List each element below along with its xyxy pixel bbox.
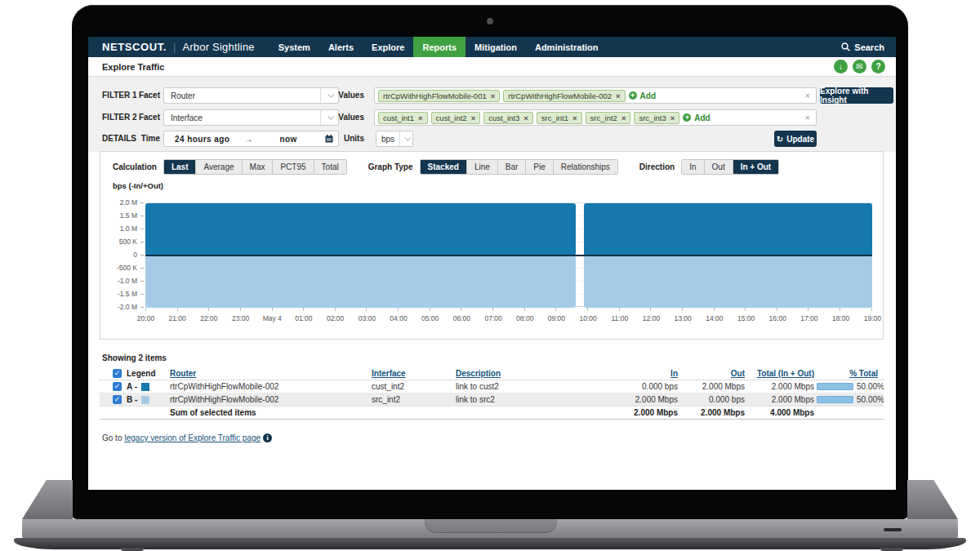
value-tag[interactable]: cust_int1× — [378, 112, 428, 124]
nav-item-administration[interactable]: Administration — [526, 37, 608, 57]
remove-tag-icon[interactable]: × — [471, 113, 476, 122]
option-line[interactable]: Line — [467, 160, 498, 174]
brand-separator: | — [173, 41, 176, 53]
value-tag[interactable]: cust_int3× — [483, 112, 533, 124]
col-interface[interactable]: Interface — [372, 369, 456, 378]
tag-label: src_int3 — [639, 113, 666, 122]
base-flare-left — [22, 480, 73, 519]
sum-out: 2.000 Mbps — [678, 408, 745, 417]
facet-select-router[interactable]: Router — [163, 87, 339, 104]
option-in-out[interactable]: In + Out — [733, 160, 779, 174]
y-tick-label: -1.5 M — [118, 290, 137, 298]
option-last[interactable]: Last — [164, 160, 197, 174]
help-icon[interactable]: ? — [871, 60, 885, 73]
clear-values-icon[interactable]: × — [805, 91, 810, 100]
option-pie[interactable]: Pie — [526, 160, 553, 174]
plus-icon: + — [629, 91, 637, 100]
nav-item-reports[interactable]: Reports — [413, 37, 466, 57]
clear-values-icon[interactable]: × — [805, 113, 810, 122]
y-tick-mark — [140, 307, 144, 308]
option-out[interactable]: Out — [705, 160, 733, 174]
filter-section: FILTER 1 Facet Router Values rtrCpWithHi… — [88, 77, 896, 152]
value-tag[interactable]: rtrCpWithHighFlowMobile-001× — [378, 90, 500, 102]
select-all-checkbox[interactable]: ✓ — [113, 369, 122, 378]
value-tag[interactable]: src_int3× — [634, 112, 679, 124]
y-tick-mark — [140, 202, 144, 203]
x-tick-mark — [650, 308, 651, 311]
remove-tag-icon[interactable]: × — [670, 113, 675, 122]
nav-item-explore[interactable]: Explore — [363, 37, 413, 57]
nav-item-system[interactable]: System — [270, 37, 319, 57]
option-total[interactable]: Total — [314, 160, 346, 174]
col-router[interactable]: Router — [170, 369, 372, 378]
table-body: ✓A -rtrCpWithHighFlowMobile-002cust_int2… — [100, 380, 884, 407]
option-max[interactable]: Max — [243, 160, 274, 174]
time-range-picker[interactable]: 24 hours ago → now — [163, 131, 339, 147]
x-tick-label: 17:00 — [794, 314, 824, 322]
col-legend: Legend — [124, 369, 170, 378]
value-tag[interactable]: rtrCpWithHighFlowMobile-002× — [503, 90, 625, 102]
x-tick-label: 21:00 — [163, 314, 193, 322]
legacy-footer: Go to legacy version of Explore Traffic … — [102, 433, 272, 442]
nav-item-alerts[interactable]: Alerts — [319, 37, 363, 57]
add-value-button[interactable]: +Add — [683, 113, 710, 122]
remove-tag-icon[interactable]: × — [418, 113, 423, 122]
option-relationships[interactable]: Relationships — [554, 160, 617, 174]
col-out[interactable]: Out — [678, 369, 745, 378]
x-tick-label: 13:00 — [668, 314, 698, 322]
explore-with-insight-button[interactable]: Explore with Insight — [820, 87, 893, 104]
add-value-button[interactable]: +Add — [629, 91, 656, 100]
brand[interactable]: NETSCOUT. | Arbor Sightline — [88, 37, 255, 57]
filter-2-values[interactable]: cust_int1×cust_int2×cust_int3×src_int1×s… — [374, 109, 817, 126]
remove-tag-icon[interactable]: × — [621, 113, 626, 122]
col-in[interactable]: In — [596, 369, 678, 378]
y-tick-mark — [140, 255, 144, 256]
value-tag[interactable]: cust_int2× — [431, 112, 481, 124]
update-button[interactable]: ↻ Update — [774, 131, 817, 147]
traffic-chart[interactable] — [145, 202, 872, 307]
x-tick-label: 01:00 — [288, 314, 318, 322]
option-bar[interactable]: Bar — [498, 160, 527, 174]
calculation-label: Calculation — [113, 162, 157, 171]
download-icon[interactable]: ↓ — [834, 60, 848, 73]
email-icon[interactable]: ✉ — [853, 60, 866, 73]
x-tick-label: 07:00 — [479, 314, 509, 322]
y-tick-label: 0 — [133, 251, 137, 259]
col-total[interactable]: Total (In + Out) — [745, 369, 814, 378]
row-checkbox[interactable]: ✓ — [113, 382, 122, 391]
footer-prefix: Go to — [102, 433, 122, 442]
remove-tag-icon[interactable]: × — [616, 91, 621, 100]
interface-cell: src_int2 — [372, 395, 456, 404]
remove-tag-icon[interactable]: × — [572, 113, 577, 122]
y-tick-mark — [140, 229, 144, 229]
row-checkbox[interactable]: ✓ — [113, 395, 122, 404]
option-average[interactable]: Average — [196, 160, 242, 174]
x-tick-mark — [461, 308, 461, 311]
value-tag[interactable]: src_int2× — [586, 112, 631, 124]
search-icon — [841, 42, 850, 51]
remove-tag-icon[interactable]: × — [523, 113, 528, 122]
search-button[interactable]: Search — [841, 37, 896, 57]
filter-1-values[interactable]: rtrCpWithHighFlowMobile-001×rtrCpWithHig… — [374, 87, 817, 104]
nav-item-mitigation[interactable]: Mitigation — [466, 37, 526, 57]
legacy-link[interactable]: legacy version of Explore Traffic page — [124, 433, 261, 442]
x-axis-ticks — [145, 308, 872, 311]
description-cell: link to src2 — [456, 395, 596, 404]
facet-select-interface[interactable]: Interface — [163, 109, 339, 126]
base-slot — [884, 528, 902, 531]
out-cell: 0.000 bps — [678, 395, 745, 404]
info-icon[interactable]: i — [263, 433, 272, 442]
option-stacked[interactable]: Stacked — [421, 160, 467, 174]
value-tag[interactable]: src_int1× — [537, 112, 582, 124]
remove-tag-icon[interactable]: × — [491, 91, 496, 100]
y-tick-mark — [140, 294, 144, 295]
option-pct95[interactable]: PCT95 — [273, 160, 314, 174]
x-tick-mark — [682, 308, 683, 311]
col-description[interactable]: Description — [456, 369, 596, 378]
col-pct-total[interactable]: % Total — [814, 369, 884, 378]
base-flare-right — [907, 480, 958, 519]
x-tick-label: 05:00 — [415, 314, 445, 322]
pct-bar-cell — [814, 396, 857, 403]
units-select[interactable]: bps — [376, 131, 413, 147]
option-in[interactable]: In — [682, 160, 704, 174]
